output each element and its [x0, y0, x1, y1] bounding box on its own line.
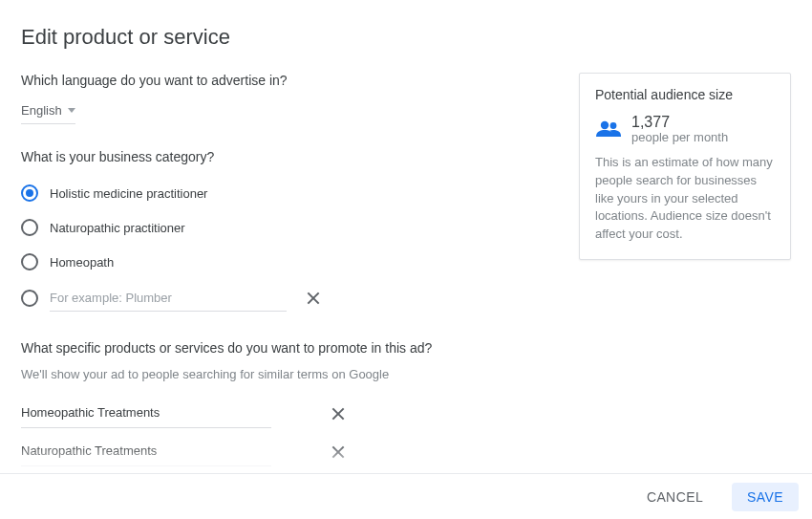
- radio-unchecked-icon[interactable]: [21, 253, 38, 270]
- page-title: Edit product or service: [0, 0, 812, 50]
- cancel-button[interactable]: CANCEL: [631, 483, 718, 511]
- product-input[interactable]: [21, 400, 271, 428]
- product-row: [21, 433, 545, 471]
- radio-checked-icon[interactable]: [21, 184, 38, 202]
- category-option-label: Naturopathic practitioner: [50, 221, 185, 235]
- audience-card: Potential audience size 1,377 people per…: [579, 73, 791, 260]
- clear-icon[interactable]: [329, 404, 348, 423]
- product-input[interactable]: [21, 438, 271, 466]
- category-radio-group: Holistic medicine practitioner Naturopat…: [21, 176, 545, 315]
- products-label: What specific products or services do yo…: [21, 340, 545, 356]
- category-option-label: Homeopath: [50, 255, 114, 270]
- product-row: [21, 395, 545, 433]
- audience-desc: This is an estimate of how many people s…: [595, 154, 775, 244]
- footer-bar: CANCEL SAVE: [0, 473, 812, 519]
- audience-unit: people per month: [631, 131, 728, 144]
- audience-number: 1,377: [631, 114, 728, 131]
- save-button[interactable]: SAVE: [732, 483, 799, 511]
- language-dropdown[interactable]: English: [21, 99, 75, 124]
- radio-unchecked-icon[interactable]: [21, 219, 38, 236]
- category-option[interactable]: Homeopath: [21, 245, 545, 279]
- category-custom-input[interactable]: [50, 285, 287, 312]
- radio-unchecked-icon[interactable]: [21, 290, 38, 307]
- language-label: Which language do you want to advertise …: [21, 73, 545, 88]
- category-option-custom[interactable]: [21, 281, 545, 315]
- clear-icon[interactable]: [329, 443, 348, 462]
- svg-point-0: [601, 121, 609, 129]
- chevron-down-icon: [68, 108, 75, 113]
- clear-icon[interactable]: [304, 289, 323, 308]
- svg-point-1: [610, 122, 617, 129]
- category-option[interactable]: Naturopathic practitioner: [21, 210, 545, 245]
- language-selected: English: [21, 103, 62, 118]
- products-sublabel: We'll show your ad to people searching f…: [21, 367, 545, 381]
- category-label: What is your business category?: [21, 149, 545, 164]
- category-option[interactable]: Holistic medicine practitioner: [21, 176, 545, 210]
- audience-title: Potential audience size: [595, 87, 775, 102]
- category-option-label: Holistic medicine practitioner: [50, 186, 207, 201]
- people-icon: [595, 119, 622, 139]
